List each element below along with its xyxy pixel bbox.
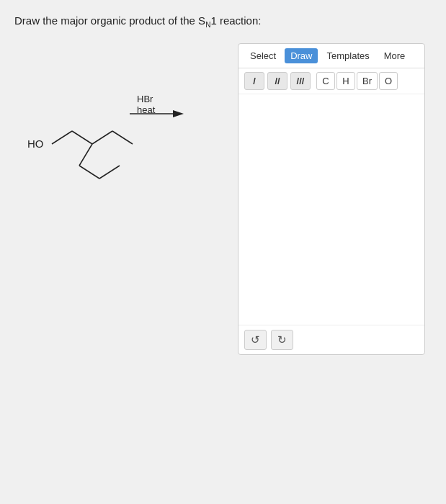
svg-line-3: [92, 131, 112, 144]
svg-line-4: [79, 144, 92, 166]
triple-bond-button[interactable]: ///: [290, 72, 311, 90]
svg-text:HO: HO: [27, 138, 44, 150]
double-bond-button[interactable]: //: [267, 72, 287, 90]
page-container: Draw the major organic product of the SN…: [0, 0, 446, 504]
svg-line-5: [79, 166, 99, 179]
draw-tools-row: / // /// C H Br O: [238, 68, 424, 94]
bottom-bar: ↺ ↻: [238, 325, 424, 354]
atom-buttons: C H Br O: [316, 72, 398, 90]
svg-line-6: [99, 166, 120, 179]
question-main: Draw the major organic product of the S: [14, 14, 205, 27]
question-superscript: 1: [210, 14, 216, 27]
svg-marker-9: [173, 110, 184, 117]
atom-c-button[interactable]: C: [316, 72, 335, 90]
toolbar: Select Draw Templates More: [238, 44, 424, 68]
draw-button[interactable]: Draw: [285, 48, 318, 63]
main-area: HO HBr heat: [14, 43, 432, 355]
question-suffix: reaction:: [217, 14, 262, 27]
molecule-svg: HO: [14, 72, 216, 216]
atom-h-button[interactable]: H: [336, 72, 355, 90]
reaction-arrow: [130, 107, 187, 121]
more-button[interactable]: More: [378, 48, 411, 63]
svg-line-7: [112, 131, 133, 144]
undo-button[interactable]: ↺: [244, 330, 267, 350]
redo-button[interactable]: ↻: [271, 330, 293, 350]
svg-line-1: [52, 131, 72, 144]
tool-panel: Select Draw Templates More / // /// C H …: [238, 43, 425, 355]
single-bond-button[interactable]: /: [244, 72, 264, 90]
atom-br-button[interactable]: Br: [357, 72, 378, 90]
templates-button[interactable]: Templates: [321, 48, 375, 63]
canvas-area[interactable]: [238, 94, 424, 325]
molecule-area: HO HBr heat: [14, 43, 238, 219]
select-button[interactable]: Select: [244, 48, 282, 63]
svg-line-2: [72, 131, 92, 144]
reagent-line1: HBr: [137, 94, 155, 104]
atom-o-button[interactable]: O: [379, 72, 398, 90]
question-text: Draw the major organic product of the SN…: [14, 14, 432, 29]
